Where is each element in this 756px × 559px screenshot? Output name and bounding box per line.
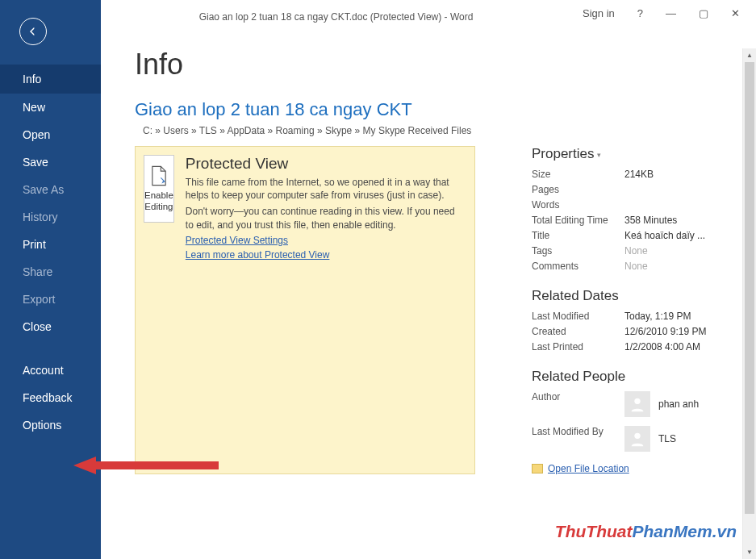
signin-link[interactable]: Sign in xyxy=(571,2,626,25)
vertical-scrollbar[interactable]: ▲ ▼ xyxy=(742,48,756,559)
nav-list: Info New Open Save Save As History Print… xyxy=(0,65,101,439)
nav-new[interactable]: New xyxy=(0,94,101,121)
author-row[interactable]: phan anh xyxy=(624,391,699,417)
watermark-b: PhanMem xyxy=(632,522,712,540)
property-value[interactable]: Keá hoaïch daïy ... xyxy=(624,230,705,241)
property-label: Tags xyxy=(532,245,624,257)
open-file-location-label: Open File Location xyxy=(548,463,629,474)
document-edit-icon xyxy=(148,165,170,187)
date-row: Last ModifiedToday, 1:19 PM xyxy=(532,311,742,322)
nav-save-as[interactable]: Save As xyxy=(0,176,101,203)
nav-share[interactable]: Share xyxy=(0,258,101,286)
avatar-icon xyxy=(624,391,650,417)
properties-panel: Properties Size214KBPagesWordsTotal Edit… xyxy=(532,146,742,474)
avatar-icon xyxy=(624,426,650,452)
nav-account[interactable]: Account xyxy=(0,357,101,384)
related-people-heading: Related People xyxy=(532,369,742,385)
author-name: phan anh xyxy=(658,398,699,410)
open-file-location-link[interactable]: Open File Location xyxy=(532,463,742,474)
page-title: Info xyxy=(135,48,742,81)
nav-options[interactable]: Options xyxy=(0,411,101,439)
modified-by-row[interactable]: TLS xyxy=(624,426,676,452)
arrow-left-icon xyxy=(27,25,40,38)
watermark-c: .vn xyxy=(712,522,737,540)
protected-view-heading: Protected View xyxy=(186,155,462,173)
property-row: Pages xyxy=(532,184,742,195)
nav-open[interactable]: Open xyxy=(0,121,101,148)
protected-view-desc-1: This file came from the Internet, so we … xyxy=(186,176,462,202)
modified-by-label: Last Modified By xyxy=(532,426,624,457)
date-row: Last Printed1/2/2008 4:00 AM xyxy=(532,341,742,353)
nav-feedback[interactable]: Feedback xyxy=(0,384,101,411)
property-label: Title xyxy=(532,230,624,241)
watermark: ThuThuatPhanMem.vn xyxy=(555,522,737,541)
property-label: Words xyxy=(532,199,624,211)
property-row: Size214KB xyxy=(532,169,742,180)
date-value: 12/6/2010 9:19 PM xyxy=(624,326,706,337)
svg-point-1 xyxy=(634,433,640,439)
author-label: Author xyxy=(532,391,624,422)
folder-icon xyxy=(532,464,543,473)
property-value[interactable]: None xyxy=(624,261,648,272)
enable-editing-label-2: Editing xyxy=(144,202,173,213)
backstage-main: Info Giao an lop 2 tuan 18 ca ngay CKT C… xyxy=(101,27,742,559)
title-bar: Giao an lop 2 tuan 18 ca ngay CKT.doc (P… xyxy=(0,0,756,27)
scroll-up-button[interactable]: ▲ xyxy=(743,48,756,62)
window-title: Giao an lop 2 tuan 18 ca ngay CKT.doc (P… xyxy=(101,5,571,23)
back-button[interactable] xyxy=(19,18,47,45)
date-value: Today, 1:19 PM xyxy=(624,311,691,322)
property-row: TitleKeá hoaïch daïy ... xyxy=(532,230,742,241)
protected-view-text: Protected View This file came from the I… xyxy=(186,155,462,261)
property-value[interactable]: 214KB xyxy=(624,169,654,180)
backstage-sidebar: Info New Open Save Save As History Print… xyxy=(0,0,101,559)
related-dates-heading: Related Dates xyxy=(532,288,742,304)
nav-history[interactable]: History xyxy=(0,203,101,231)
enable-editing-label-1: Enable xyxy=(144,190,173,202)
property-row: CommentsNone xyxy=(532,261,742,272)
protected-view-settings-link[interactable]: Protected View Settings xyxy=(186,235,462,246)
nav-export[interactable]: Export xyxy=(0,286,101,313)
watermark-a: ThuThuat xyxy=(555,522,633,540)
nav-close[interactable]: Close xyxy=(0,313,101,340)
document-title: Giao an lop 2 tuan 18 ca ngay CKT xyxy=(135,99,742,120)
date-value: 1/2/2008 4:00 AM xyxy=(624,341,700,353)
window-controls: Sign in ? — ▢ ✕ xyxy=(571,2,756,25)
date-label: Last Printed xyxy=(532,341,624,353)
protected-view-panel: Enable Editing Protected View This file … xyxy=(135,146,475,474)
nav-print[interactable]: Print xyxy=(0,231,101,258)
properties-heading[interactable]: Properties xyxy=(532,146,742,162)
learn-more-link[interactable]: Learn more about Protected View xyxy=(186,249,462,261)
minimize-button[interactable]: — xyxy=(654,2,687,25)
property-row: Total Editing Time358 Minutes xyxy=(532,215,742,226)
property-value[interactable]: 358 Minutes xyxy=(624,215,677,226)
scroll-thumb[interactable] xyxy=(745,62,754,514)
protected-view-desc-2: Don't worry—you can continue reading in … xyxy=(186,205,462,231)
content-row: Enable Editing Protected View This file … xyxy=(135,146,742,474)
property-row: Words xyxy=(532,199,742,211)
date-label: Last Modified xyxy=(532,311,624,322)
property-label: Pages xyxy=(532,184,624,195)
date-row: Created12/6/2010 9:19 PM xyxy=(532,326,742,337)
property-value[interactable]: None xyxy=(624,245,648,257)
property-row: TagsNone xyxy=(532,245,742,257)
enable-editing-button[interactable]: Enable Editing xyxy=(144,155,174,223)
nav-save[interactable]: Save xyxy=(0,148,101,176)
nav-info[interactable]: Info xyxy=(0,65,101,94)
svg-point-0 xyxy=(634,398,640,404)
date-label: Created xyxy=(532,326,624,337)
modified-by-name: TLS xyxy=(658,433,676,444)
document-path: C: » Users » TLS » AppData » Roaming » S… xyxy=(135,125,742,136)
help-button[interactable]: ? xyxy=(626,2,654,25)
property-label: Total Editing Time xyxy=(532,215,624,226)
close-button[interactable]: ✕ xyxy=(720,2,751,25)
scroll-down-button[interactable]: ▼ xyxy=(743,545,756,559)
maximize-button[interactable]: ▢ xyxy=(687,2,720,25)
property-label: Size xyxy=(532,169,624,180)
property-label: Comments xyxy=(532,261,624,272)
